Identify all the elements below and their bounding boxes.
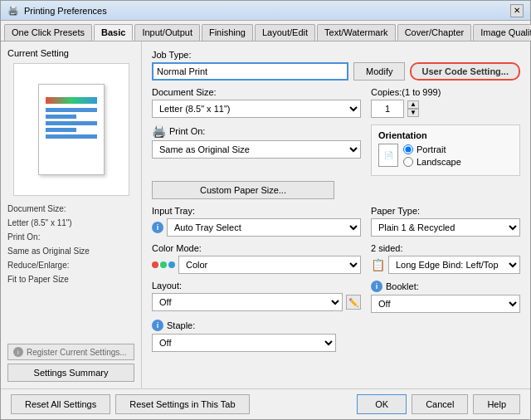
print-preview [13, 63, 129, 196]
reduce-enlarge-value: Fit to Paper Size [7, 273, 134, 286]
printing-preferences-window: 🖨️ Printing Preferences ✕ One Click Pres… [0, 0, 531, 420]
layout-select[interactable]: Off [152, 293, 343, 311]
modify-button[interactable]: Modify [353, 62, 405, 81]
tab-basic[interactable]: Basic [94, 24, 133, 41]
job-type-section: Job Type: Modify User Code Setting... [152, 50, 520, 81]
print-on-value: Same as Original Size [7, 245, 134, 258]
input-tray-label: Input Tray: [152, 206, 361, 216]
doc-size-field-label: Document Size: [152, 87, 361, 97]
orientation-box: Orientation 📄 Portrait Landscape [371, 125, 520, 176]
orientation-icon: 📄 [378, 144, 398, 167]
portrait-radio[interactable] [403, 144, 413, 154]
custom-paper-size-button[interactable]: Custom Paper Size... [152, 181, 334, 199]
booklet-select[interactable]: Off [371, 295, 520, 313]
landscape-label: Landscape [417, 157, 461, 167]
blue-dot [168, 261, 175, 268]
red-dot [152, 261, 158, 268]
input-tray-info-icon: i [152, 222, 163, 233]
two-sided-select[interactable]: Long Edge Bind: Left/Top [388, 256, 520, 274]
color-mode-select[interactable]: Color [178, 256, 361, 274]
reset-tab-settings-button[interactable]: Reset Settings in This Tab [115, 394, 249, 414]
tab-input-output[interactable]: Input/Output [134, 24, 200, 41]
portrait-radio-label[interactable]: Portrait [403, 144, 461, 154]
paper-type-select[interactable]: Plain 1 & Recycled [371, 218, 520, 237]
tab-cover-chapter[interactable]: Cover/Chapter [397, 24, 472, 41]
info-section: Document Size: Letter (8.5" x 11") Print… [7, 203, 134, 344]
tab-text-watermark[interactable]: Text/Watermark [317, 24, 396, 41]
green-dot [160, 261, 167, 268]
tab-one-click-presets[interactable]: One Click Presets [4, 24, 92, 41]
paper-type-label: Paper Type: [371, 206, 520, 216]
input-tray-select[interactable]: Auto Tray Select [167, 218, 361, 237]
tabs-bar: One Click Presets Basic Input/Output Fin… [1, 21, 530, 42]
ok-button[interactable]: OK [357, 394, 407, 414]
job-type-input[interactable] [152, 62, 348, 81]
tab-layout-edit[interactable]: Layout/Edit [255, 24, 315, 41]
title-bar: 🖨️ Printing Preferences ✕ [1, 1, 530, 21]
right-panel: Job Type: Modify User Code Setting... Do… [142, 42, 530, 388]
landscape-radio[interactable] [403, 157, 413, 167]
booklet-info-icon: i [371, 281, 382, 292]
print-on-icon: 🖨️ [152, 125, 166, 138]
preview-page [38, 84, 105, 175]
staple-select[interactable]: Off [152, 334, 336, 352]
tab-image-quality[interactable]: Image Quality [473, 24, 531, 41]
staple-section: i Staple: Off [152, 320, 520, 352]
color-mode-label: Color Mode: [152, 243, 361, 253]
preview-color-bar [46, 97, 97, 104]
layout-edit-button[interactable]: ✏️ [346, 295, 361, 310]
layout-label: Layout: [152, 281, 361, 291]
reset-all-settings-button[interactable]: Reset All Settings [11, 394, 110, 414]
two-sided-icon: 📋 [371, 258, 385, 271]
register-settings-button[interactable]: i Register Current Settings... [7, 344, 134, 360]
user-code-setting-button[interactable]: User Code Setting... [410, 62, 520, 81]
print-on-label: Print On: [7, 231, 134, 244]
printer-icon: 🖨️ [7, 5, 19, 16]
staple-info-icon: i [152, 320, 163, 331]
settings-summary-button[interactable]: Settings Summary [7, 364, 134, 382]
two-sided-label: 2 sided: [371, 243, 520, 253]
portrait-label: Portrait [417, 144, 446, 154]
job-type-label: Job Type: [152, 50, 520, 60]
cancel-button[interactable]: Cancel [412, 394, 468, 414]
reduce-enlarge-label: Reduce/Enlarge: [7, 259, 134, 272]
main-content: Current Setting Document Size: Letter (8… [1, 42, 530, 388]
orientation-label: Orientation [378, 130, 513, 140]
close-button[interactable]: ✕ [510, 4, 524, 17]
document-size-select[interactable]: Letter (8.5" x 11") [152, 100, 361, 118]
window-title: Printing Preferences [24, 6, 107, 16]
current-setting-label: Current Setting [7, 48, 134, 58]
staple-label: Staple: [167, 320, 195, 330]
tab-finishing[interactable]: Finishing [202, 24, 253, 41]
bottom-buttons: Reset All Settings Reset Settings in Thi… [1, 388, 530, 419]
help-button[interactable]: Help [473, 394, 520, 414]
print-on-select[interactable]: Same as Original Size [152, 140, 361, 159]
copies-up-button[interactable]: ▲ [407, 100, 419, 109]
print-on-label-field: Print On: [169, 126, 205, 136]
doc-size-label: Document Size: [7, 203, 134, 216]
landscape-radio-label[interactable]: Landscape [403, 157, 461, 167]
copies-down-button[interactable]: ▼ [407, 109, 419, 117]
copies-input[interactable] [371, 100, 404, 118]
info-icon-small: i [13, 347, 23, 357]
copies-label: Copies:(1 to 999) [371, 87, 520, 97]
left-panel: Current Setting Document Size: Letter (8… [1, 42, 142, 388]
booklet-label: Booklet: [386, 281, 419, 291]
doc-size-value: Letter (8.5" x 11") [7, 217, 134, 230]
